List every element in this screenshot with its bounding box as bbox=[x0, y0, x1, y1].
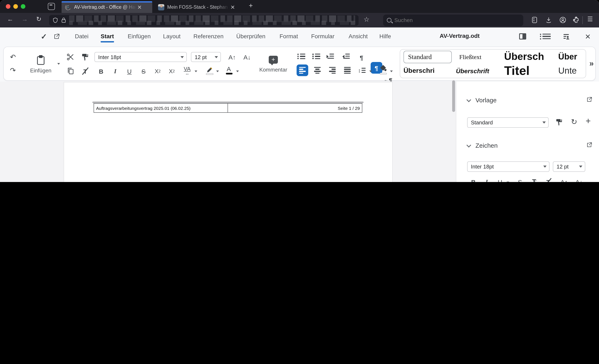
shrink-font-icon[interactable]: A↓ bbox=[242, 52, 253, 62]
extension-puzzle-icon[interactable] bbox=[572, 16, 580, 24]
vorlage-collapse-icon[interactable] bbox=[467, 98, 471, 102]
document-canvas[interactable]: Auftragsverarbeitungsvertrag 2025.01 (06… bbox=[0, 81, 456, 182]
shadow-icon[interactable]: T bbox=[529, 177, 539, 182]
sidebar-font-name-select[interactable]: Inter 18pt bbox=[467, 161, 549, 172]
italic-icon[interactable]: I bbox=[110, 66, 120, 76]
style-untertitel[interactable]: Unte bbox=[558, 64, 584, 78]
window-close-button[interactable] bbox=[6, 4, 10, 9]
char-spacing-dropdown-arrow[interactable] bbox=[195, 71, 197, 72]
sidebar-italic-icon[interactable]: I bbox=[482, 177, 491, 182]
menu-format[interactable]: Format bbox=[280, 33, 298, 40]
sidebar-font-size-select[interactable]: 12 pt bbox=[553, 161, 585, 172]
menu-layout[interactable]: Layout bbox=[163, 33, 181, 40]
sidebar-clear-formatting-icon[interactable]: T bbox=[544, 177, 553, 182]
align-center-icon[interactable] bbox=[312, 64, 323, 76]
style-titel[interactable]: Titel bbox=[504, 63, 555, 79]
menu-formular[interactable]: Formular bbox=[311, 33, 335, 40]
underline-icon[interactable]: U bbox=[124, 66, 134, 76]
highlight-dropdown-arrow[interactable] bbox=[216, 71, 219, 72]
header-cell-right[interactable]: Seite 1 / 29 bbox=[228, 104, 362, 112]
window-zoom-button[interactable] bbox=[21, 4, 25, 9]
style-fliesstext[interactable]: Fließtext bbox=[456, 51, 501, 63]
tab-overview-icon[interactable] bbox=[48, 3, 55, 10]
toolbar-expander-icon[interactable]: » bbox=[587, 59, 596, 69]
menu-einfuegen[interactable]: Einfügen bbox=[128, 33, 151, 40]
line-spacing-dropdown-arrow[interactable] bbox=[369, 71, 372, 72]
bullet-list-icon[interactable] bbox=[297, 54, 305, 59]
bookmark-star-icon[interactable]: ☆ bbox=[364, 15, 370, 23]
zeichen-collapse-icon[interactable] bbox=[467, 143, 471, 148]
font-color-dropdown-arrow[interactable] bbox=[236, 71, 239, 72]
paragraph-style-select[interactable]: Standard bbox=[467, 117, 549, 128]
line-spacing-icon[interactable]: ↕ bbox=[356, 65, 367, 75]
decrease-indent-icon[interactable] bbox=[343, 54, 350, 59]
tab-close-icon[interactable]: ✕ bbox=[230, 4, 235, 10]
reload-button[interactable]: ↻ bbox=[36, 15, 41, 23]
window-minimize-button[interactable] bbox=[13, 4, 18, 9]
menu-start[interactable]: Start bbox=[101, 33, 114, 43]
sidebar-bold-icon[interactable]: B bbox=[469, 177, 478, 182]
sidebar-underline-icon[interactable]: U bbox=[495, 177, 505, 182]
formatting-marks-icon[interactable]: ¶ bbox=[356, 52, 366, 63]
back-button[interactable]: ← bbox=[7, 15, 13, 22]
forward-button[interactable]: → bbox=[22, 15, 28, 22]
clone-formatting-icon[interactable] bbox=[555, 118, 563, 126]
new-tab-button[interactable]: + bbox=[249, 2, 253, 10]
numbered-list-icon[interactable] bbox=[312, 54, 320, 59]
sidebar-strikethrough-icon[interactable]: S bbox=[515, 177, 525, 182]
align-left-icon[interactable] bbox=[297, 64, 308, 76]
zeichen-dialog-icon[interactable] bbox=[586, 142, 592, 148]
style-ueberschrift3[interactable]: Überschri bbox=[404, 64, 452, 77]
paste-button[interactable]: Einfügen bbox=[23, 50, 59, 78]
strikethrough-icon[interactable]: S bbox=[139, 66, 149, 76]
url-bar[interactable] bbox=[49, 15, 359, 26]
sidebar-toggle-icon[interactable] bbox=[519, 33, 526, 40]
clone-formatting-icon[interactable] bbox=[81, 53, 89, 61]
download-icon[interactable] bbox=[545, 16, 552, 24]
hamburger-menu-icon[interactable]: ☰ bbox=[587, 15, 593, 23]
shield-icon[interactable] bbox=[53, 17, 58, 23]
paragraph-background-dropdown-arrow[interactable] bbox=[390, 71, 393, 72]
underline-dropdown-arrow[interactable] bbox=[507, 182, 509, 182]
comment-button[interactable]: + Kommentar bbox=[256, 50, 291, 78]
style-ueberschrift2[interactable]: Über bbox=[558, 50, 584, 64]
containers-panel-icon[interactable] bbox=[531, 16, 538, 24]
open-in-new-icon[interactable] bbox=[53, 33, 60, 40]
header-cell-left[interactable]: Auftragsverarbeitungsvertrag 2025.01 (06… bbox=[94, 104, 228, 112]
copy-icon[interactable] bbox=[67, 67, 74, 75]
browser-search-box[interactable] bbox=[383, 14, 523, 26]
subscript-icon[interactable]: X2 bbox=[153, 66, 163, 76]
outline-list-icon[interactable] bbox=[542, 34, 551, 39]
document-scrollbar[interactable] bbox=[452, 80, 455, 112]
lock-icon[interactable] bbox=[61, 17, 66, 23]
style-ueberschrift4[interactable]: Überschrift bbox=[456, 64, 501, 77]
new-style-icon[interactable]: + bbox=[584, 116, 593, 126]
save-check-icon[interactable]: ✓ bbox=[41, 32, 47, 41]
tab-close-icon[interactable]: ✕ bbox=[137, 4, 142, 10]
menu-ansicht[interactable]: Ansicht bbox=[349, 33, 368, 40]
sidebar-grow-font-icon[interactable]: A↑ bbox=[559, 177, 570, 182]
document-page[interactable]: Auftragsverarbeitungsvertrag 2025.01 (06… bbox=[64, 82, 393, 182]
paste-dropdown-arrow[interactable] bbox=[57, 63, 60, 65]
grow-font-icon[interactable]: A↑ bbox=[227, 52, 238, 62]
superscript-icon[interactable]: X2 bbox=[167, 66, 177, 76]
undo-icon[interactable]: ↶ bbox=[8, 52, 18, 62]
browser-search-input[interactable] bbox=[394, 17, 520, 23]
menu-ueberpruefen[interactable]: Überprüfen bbox=[236, 33, 265, 40]
increase-indent-icon[interactable] bbox=[327, 54, 334, 59]
browser-tab[interactable]: Mein FOSS-Stack - Stephan Ha ✕ bbox=[155, 1, 242, 13]
close-document-icon[interactable]: ✕ bbox=[585, 32, 591, 41]
bold-icon[interactable]: B bbox=[96, 66, 106, 76]
font-size-select[interactable]: 12 pt bbox=[191, 52, 221, 62]
menu-datei[interactable]: Datei bbox=[75, 33, 88, 40]
align-justify-icon[interactable] bbox=[342, 64, 353, 76]
style-ueberschrift1[interactable]: Übersch bbox=[504, 50, 555, 64]
redo-icon[interactable]: ↷ bbox=[8, 65, 18, 75]
user-list-icon[interactable] bbox=[562, 33, 570, 40]
vorlage-dialog-icon[interactable] bbox=[586, 97, 592, 103]
account-icon[interactable] bbox=[559, 16, 567, 24]
style-standard[interactable]: Standard bbox=[404, 51, 452, 63]
highlight-color-icon[interactable] bbox=[206, 66, 213, 74]
browser-tab-active[interactable]: AV-Vertrag.odt - Office @ Hada ✕ bbox=[62, 1, 152, 13]
font-color-icon[interactable]: A bbox=[227, 65, 231, 72]
